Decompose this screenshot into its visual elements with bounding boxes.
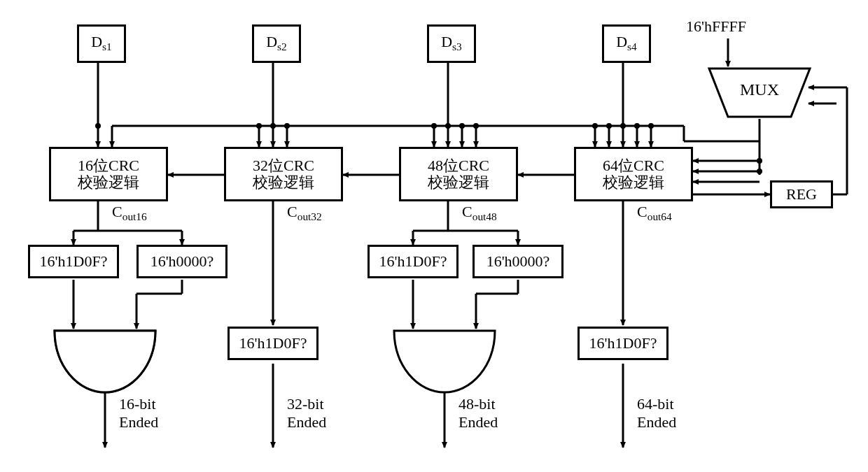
svg-point-25 xyxy=(431,123,437,129)
input-ds2: Ds2 xyxy=(252,24,301,63)
check16-1d0f: 16'h1D0F? xyxy=(28,245,119,278)
crc16-l2: 校验逻辑 xyxy=(78,173,139,191)
svg-point-15 xyxy=(270,123,276,129)
crc16-block: 16位CRC校验逻辑 xyxy=(49,147,168,201)
crc16-l1: 16位CRC xyxy=(78,157,139,174)
end32-label: 32-bitEnded xyxy=(287,395,326,431)
svg-point-22 xyxy=(445,123,451,129)
ds2-text: D xyxy=(266,33,277,50)
svg-point-38 xyxy=(634,123,640,129)
and-gate-16 xyxy=(52,329,158,395)
svg-point-40 xyxy=(648,123,654,129)
svg-point-31 xyxy=(620,123,626,129)
input-ds3: Ds3 xyxy=(427,24,476,63)
svg-point-34 xyxy=(606,123,612,129)
reg-block: REG xyxy=(770,180,833,208)
ds4-sub: s4 xyxy=(627,41,637,53)
check48-1d0f: 16'h1D0F? xyxy=(368,245,458,278)
check16-0000: 16'h0000? xyxy=(136,245,227,278)
end64-label: 64-bitEnded xyxy=(637,395,676,431)
cout32-label: Cout32 xyxy=(287,203,322,223)
reg-label: REG xyxy=(786,186,817,203)
svg-point-20 xyxy=(256,123,262,129)
svg-point-36 xyxy=(592,123,598,129)
end48-label: 48-bitEnded xyxy=(458,395,498,431)
input-ds4: Ds4 xyxy=(602,24,651,63)
crc32-block: 32位CRC校验逻辑 xyxy=(224,147,343,201)
crc64-block: 64位CRC校验逻辑 xyxy=(574,147,693,201)
mux-label: MUX xyxy=(740,80,779,99)
check32-1d0f: 16'h1D0F? xyxy=(227,327,318,360)
check64-1d0f: 16'h1D0F? xyxy=(578,327,668,360)
ds3-sub: s3 xyxy=(452,41,462,53)
cout64-label: Cout64 xyxy=(637,203,672,223)
crc32-l2: 校验逻辑 xyxy=(253,173,314,191)
svg-point-27 xyxy=(459,123,465,129)
svg-point-29 xyxy=(473,123,479,129)
crc32-l1: 32位CRC xyxy=(253,157,314,174)
cout48-label: Cout48 xyxy=(462,203,497,223)
crc48-l2: 校验逻辑 xyxy=(428,173,489,191)
ds1-text: D xyxy=(91,33,102,50)
end16-label: 16-bitEnded xyxy=(119,395,158,431)
ds3-text: D xyxy=(441,33,452,50)
crc48-block: 48位CRC校验逻辑 xyxy=(399,147,518,201)
crc64-l2: 校验逻辑 xyxy=(603,173,664,191)
svg-point-18 xyxy=(284,123,290,129)
ds2-sub: s2 xyxy=(277,41,287,53)
svg-point-48 xyxy=(757,158,762,164)
ds4-text: D xyxy=(616,33,627,50)
init-value-label: 16'hFFFF xyxy=(686,17,746,36)
svg-point-49 xyxy=(757,169,762,174)
ds1-sub: s1 xyxy=(102,41,112,53)
cout16-label: Cout16 xyxy=(112,203,147,223)
crc48-l1: 48位CRC xyxy=(428,157,489,174)
and-gate-48 xyxy=(392,329,497,395)
crc64-l1: 64位CRC xyxy=(603,157,664,174)
svg-point-11 xyxy=(95,123,101,129)
check48-0000: 16'h0000? xyxy=(472,245,564,278)
input-ds1: Ds1 xyxy=(77,24,126,63)
